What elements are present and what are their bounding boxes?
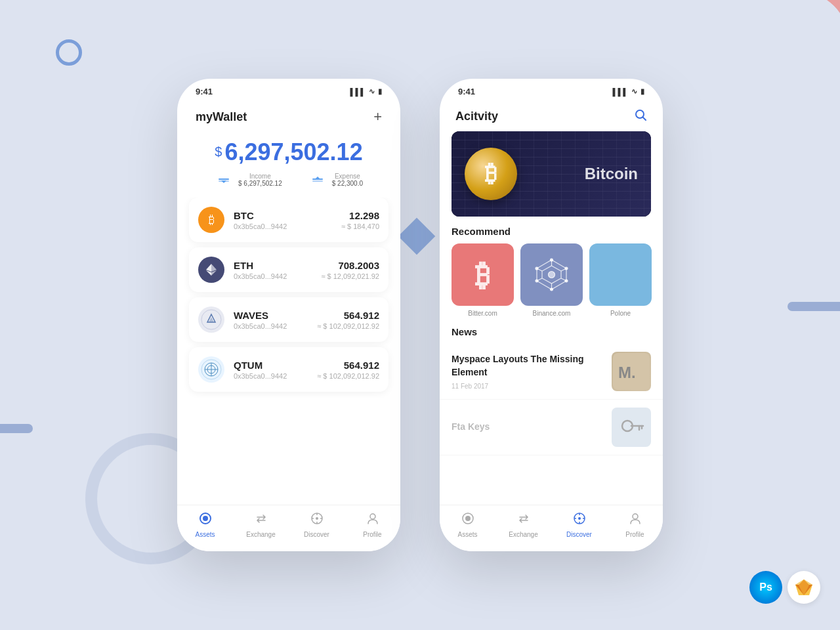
tab-discover-1[interactable]: Discover — [297, 512, 337, 538]
balance-currency: $ — [215, 144, 222, 159]
expense-value: $ 22,300.0 — [332, 180, 363, 187]
battery-icon-2: ▮ — [640, 87, 644, 96]
eth-name: ETH — [234, 260, 321, 271]
coin-item-qtum[interactable]: QTUM 0x3b5ca0...9442 564.912 ≈ $ 102,092… — [189, 347, 388, 392]
news-item-2[interactable]: Fta Keys — [440, 400, 663, 455]
waves-address: 0x3b5ca0...9442 — [234, 322, 317, 330]
profile-icon-1 — [366, 512, 379, 528]
recommend-polone[interactable]: Polone — [589, 243, 652, 317]
signal-icon-2: ▌▌▌ — [613, 88, 628, 96]
search-button[interactable] — [634, 108, 647, 125]
svg-point-42 — [536, 280, 538, 282]
status-icons-1: ▌▌▌ ∿ ▮ — [350, 87, 382, 96]
wifi-icon-2: ∿ — [631, 87, 637, 96]
recommend-bitter[interactable]: ₿ Bitter.com — [452, 243, 514, 317]
btc-qty: 12.298 — [341, 210, 379, 221]
bg-bar-right — [788, 302, 840, 311]
activity-content: ₿ Bitcoin Recommend ₿ Bitter.com — [440, 131, 663, 505]
status-time-2: 9:41 — [458, 87, 475, 96]
waves-name: WAVES — [234, 310, 317, 321]
discover-label-1: Discover — [304, 531, 329, 538]
polone-card — [589, 243, 652, 306]
status-bar-2: 9:41 ▌▌▌ ∿ ▮ — [440, 79, 663, 100]
wifi-icon: ∿ — [369, 87, 375, 96]
svg-rect-46 — [613, 409, 650, 446]
eth-info: ETH 0x3b5ca0...9442 — [234, 260, 321, 280]
status-icons-2: ▌▌▌ ∿ ▮ — [613, 87, 644, 96]
svg-point-19 — [203, 516, 208, 521]
news-headline-1: Myspace Layouts The Missing Element — [452, 353, 604, 379]
profile-icon-2 — [629, 512, 642, 528]
news-text-2: Fta Keys — [452, 421, 604, 434]
eth-address: 0x3b5ca0...9442 — [234, 272, 321, 280]
recommend-binance[interactable]: Binance.com — [520, 243, 583, 317]
tab-exchange-2[interactable]: Exchange — [504, 512, 543, 538]
sketch-logo-icon — [794, 578, 814, 597]
bitcoin-banner[interactable]: ₿ Bitcoin — [452, 131, 651, 217]
btc-icon: ₿ — [198, 207, 224, 233]
expense-text: Expense $ 22,300.0 — [332, 173, 363, 187]
status-time-1: 9:41 — [196, 87, 213, 96]
svg-point-52 — [465, 516, 471, 521]
waves-icon — [198, 306, 224, 333]
binance-card — [520, 243, 583, 306]
add-wallet-button[interactable]: + — [373, 108, 382, 125]
polone-label: Polone — [589, 310, 652, 317]
exchange-icon-1 — [255, 512, 268, 528]
tab-discover-2[interactable]: Discover — [560, 512, 599, 538]
waves-info: WAVES 0x3b5ca0...9442 — [234, 310, 317, 330]
bitter-btc-icon: ₿ — [475, 257, 490, 293]
tab-assets-1[interactable]: Assets — [186, 512, 225, 538]
discover-icon-1 — [310, 512, 324, 528]
bitter-label: Bitter.com — [452, 310, 514, 317]
recommend-list: ₿ Bitter.com — [440, 243, 663, 326]
banner-image: ₿ Bitcoin — [452, 131, 651, 217]
svg-point-37 — [549, 272, 555, 278]
svg-marker-6 — [211, 264, 217, 272]
assets-icon-2 — [461, 512, 474, 528]
expense-label: Expense — [332, 173, 363, 180]
tab-assets-2[interactable]: Assets — [448, 512, 488, 538]
tab-profile-2[interactable]: Profile — [616, 512, 655, 538]
exchange-icon-2 — [517, 512, 530, 528]
eth-qty: 708.2003 — [321, 260, 379, 271]
qtum-usd: ≈ $ 102,092,012.92 — [317, 372, 379, 380]
eth-usd: ≈ $ 12,092,021.92 — [321, 272, 379, 280]
svg-point-54 — [578, 517, 581, 520]
assets-label-2: Assets — [457, 531, 477, 538]
news-item-1[interactable]: Myspace Layouts The Missing Element 11 F… — [440, 344, 663, 400]
income-icon — [215, 173, 233, 186]
eth-icon — [198, 257, 224, 283]
news-date-1: 11 Feb 2017 — [452, 383, 604, 390]
profile-label-2: Profile — [625, 531, 644, 538]
income-expense-row: Income $ 6,297,502.12 — [177, 173, 400, 187]
svg-line-28 — [643, 117, 646, 121]
news-thumb-2 — [612, 408, 651, 447]
phone-activity: 9:41 ▌▌▌ ∿ ▮ Acitvity — [440, 79, 663, 551]
battery-icon: ▮ — [378, 87, 382, 96]
coin-item-eth[interactable]: ETH 0x3b5ca0...9442 708.2003 ≈ $ 12,092,… — [189, 247, 388, 292]
btc-address: 0x3b5ca0...9442 — [234, 222, 341, 230]
qtum-amount: 564.912 ≈ $ 102,092,012.92 — [317, 360, 379, 380]
tab-profile-1[interactable]: Profile — [353, 512, 392, 538]
btc-amount: 12.298 ≈ $ 184,470 — [341, 210, 379, 230]
svg-rect-0 — [219, 178, 229, 180]
qtum-address: 0x3b5ca0...9442 — [234, 372, 317, 380]
bg-arc-pink — [742, 0, 840, 98]
coin-item-waves[interactable]: WAVES 0x3b5ca0...9442 564.912 ≈ $ 102,09… — [189, 297, 388, 342]
waves-usd: ≈ $ 102,092,012.92 — [317, 322, 379, 330]
svg-marker-5 — [315, 177, 320, 179]
activity-header: Acitvity — [440, 100, 663, 131]
news-title: News — [440, 326, 663, 344]
news-thumb-1: M. — [612, 352, 651, 391]
assets-label-1: Assets — [195, 531, 215, 538]
tab-exchange-1[interactable]: Exchange — [242, 512, 281, 538]
tab-bar-1: Assets Exchange — [177, 505, 400, 551]
phone1-content: myWallet + $6,297,502.12 — [177, 100, 400, 551]
photoshop-badge: Ps — [749, 571, 782, 604]
income-label: Income — [238, 173, 282, 180]
assets-icon-1 — [199, 512, 212, 528]
svg-point-41 — [551, 288, 553, 291]
waves-qty: 564.912 — [317, 310, 379, 321]
coin-item-btc[interactable]: ₿ BTC 0x3b5ca0...9442 12.298 ≈ $ 184,470 — [189, 198, 388, 242]
